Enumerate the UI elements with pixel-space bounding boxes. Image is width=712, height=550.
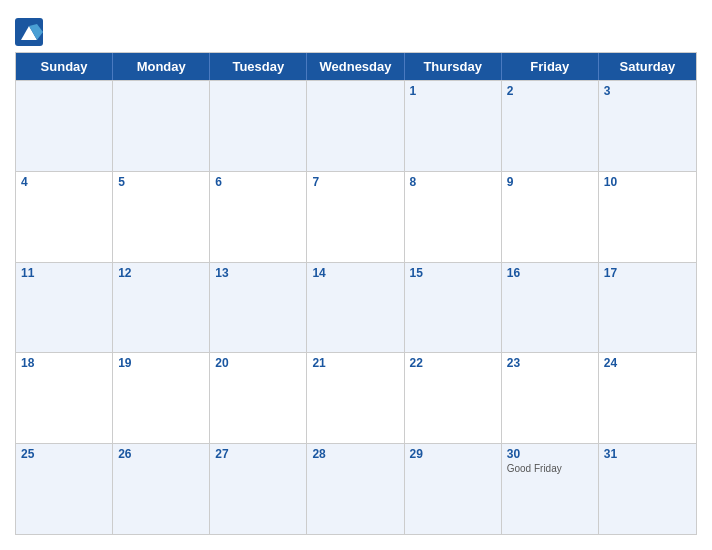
day-number: 26 [118,447,131,461]
day-cell: 23 [502,353,599,443]
day-number: 31 [604,447,617,461]
day-cell: 30Good Friday [502,444,599,534]
day-cell: 2 [502,81,599,171]
header-friday: Friday [502,53,599,80]
day-number: 25 [21,447,34,461]
day-number: 3 [604,84,611,98]
day-event: Good Friday [507,463,593,474]
day-cell: 20 [210,353,307,443]
day-cell: 5 [113,172,210,262]
day-cell: 22 [405,353,502,443]
day-cell: 17 [599,263,696,353]
day-cell [307,81,404,171]
day-number: 28 [312,447,325,461]
day-cell: 15 [405,263,502,353]
day-number: 6 [215,175,222,189]
header-saturday: Saturday [599,53,696,80]
day-number: 29 [410,447,423,461]
day-cell: 1 [405,81,502,171]
calendar: Sunday Monday Tuesday Wednesday Thursday… [15,52,697,535]
day-number: 11 [21,266,34,280]
day-cell: 10 [599,172,696,262]
day-number: 2 [507,84,514,98]
day-cell: 28 [307,444,404,534]
day-cell: 8 [405,172,502,262]
day-number: 4 [21,175,28,189]
day-number: 16 [507,266,520,280]
day-number: 19 [118,356,131,370]
day-number: 10 [604,175,617,189]
day-cell: 24 [599,353,696,443]
day-cell: 11 [16,263,113,353]
day-number: 7 [312,175,319,189]
day-number: 13 [215,266,228,280]
header-wednesday: Wednesday [307,53,404,80]
day-number: 5 [118,175,125,189]
day-number: 9 [507,175,514,189]
logo [15,18,47,46]
header-monday: Monday [113,53,210,80]
day-cell: 6 [210,172,307,262]
calendar-grid: 1234567891011121314151617181920212223242… [16,80,696,534]
week-row-4: 18192021222324 [16,352,696,443]
day-cell: 12 [113,263,210,353]
day-cell [113,81,210,171]
day-cell: 31 [599,444,696,534]
day-cell: 9 [502,172,599,262]
day-cell: 27 [210,444,307,534]
day-cell [16,81,113,171]
day-cell: 7 [307,172,404,262]
day-cell: 21 [307,353,404,443]
day-cell: 19 [113,353,210,443]
day-cell: 29 [405,444,502,534]
day-cell: 18 [16,353,113,443]
day-number: 22 [410,356,423,370]
day-number: 15 [410,266,423,280]
day-number: 1 [410,84,417,98]
day-number: 24 [604,356,617,370]
week-row-5: 252627282930Good Friday31 [16,443,696,534]
day-number: 21 [312,356,325,370]
logo-icon [15,18,43,46]
week-row-3: 11121314151617 [16,262,696,353]
day-number: 14 [312,266,325,280]
week-row-1: 123 [16,80,696,171]
day-cell: 3 [599,81,696,171]
header-thursday: Thursday [405,53,502,80]
header-tuesday: Tuesday [210,53,307,80]
day-number: 23 [507,356,520,370]
week-row-2: 45678910 [16,171,696,262]
day-number: 30 [507,447,520,461]
day-cell: 26 [113,444,210,534]
day-number: 12 [118,266,131,280]
day-cell: 16 [502,263,599,353]
day-cell [210,81,307,171]
day-headers-row: Sunday Monday Tuesday Wednesday Thursday… [16,53,696,80]
day-cell: 4 [16,172,113,262]
day-cell: 25 [16,444,113,534]
day-number: 8 [410,175,417,189]
day-number: 17 [604,266,617,280]
day-number: 27 [215,447,228,461]
day-cell: 13 [210,263,307,353]
header-sunday: Sunday [16,53,113,80]
day-cell: 14 [307,263,404,353]
day-number: 18 [21,356,34,370]
day-number: 20 [215,356,228,370]
calendar-header [15,10,697,52]
